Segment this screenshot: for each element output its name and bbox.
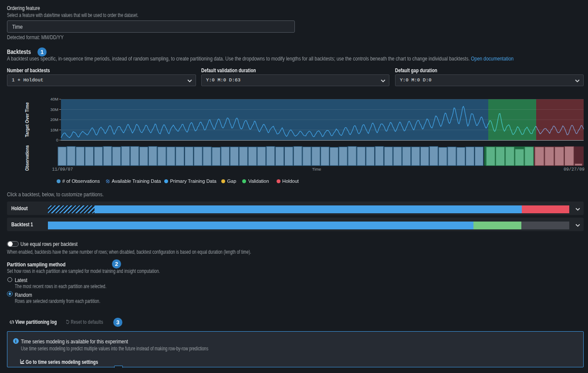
svg-text:Observations: Observations — [24, 145, 30, 171]
svg-text:Time: Time — [312, 167, 321, 171]
svg-text:10M: 10M — [51, 128, 59, 132]
svg-text:40M: 40M — [51, 97, 59, 101]
svg-text:0: 0 — [56, 138, 58, 142]
svg-text:09/27/09: 09/27/09 — [564, 167, 585, 172]
svg-text:11/09/07: 11/09/07 — [52, 167, 73, 172]
svg-text:Target Over Time: Target Over Time — [24, 102, 30, 137]
svg-text:20M: 20M — [51, 117, 59, 122]
svg-text:30M: 30M — [51, 107, 59, 112]
